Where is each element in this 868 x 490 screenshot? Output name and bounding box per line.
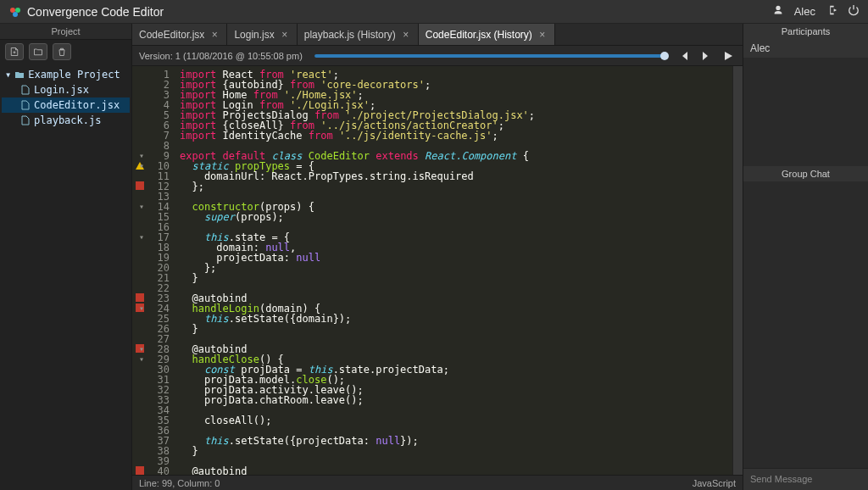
new-folder-button[interactable] bbox=[29, 43, 47, 60]
chat-messages bbox=[743, 181, 868, 468]
delete-button[interactable] bbox=[53, 43, 71, 60]
titlebar: Convergence Code Editor Alec bbox=[0, 0, 868, 24]
close-icon[interactable]: × bbox=[280, 30, 290, 40]
error-marker-icon bbox=[136, 293, 144, 302]
tab[interactable]: CodeEditor.jsx (History)× bbox=[419, 24, 555, 45]
history-bar: Version: 1 (11/08/2016 @ 10:55:08 pm) bbox=[132, 46, 743, 66]
code-line[interactable]: } bbox=[180, 273, 727, 283]
participants-list: Alec bbox=[743, 39, 868, 166]
tab-label: CodeEditor.jsx bbox=[139, 29, 204, 41]
fold-icon[interactable]: ▾ bbox=[136, 232, 144, 241]
code-editor[interactable]: 12345678▾9▾10111213▾141516▾1718192021222… bbox=[132, 66, 743, 475]
code-line[interactable]: super(props); bbox=[180, 212, 727, 222]
tab-label: CodeEditor.jsx (History) bbox=[426, 29, 532, 41]
new-file-button[interactable] bbox=[5, 43, 24, 60]
code-line[interactable]: this.setState({projectData: null}); bbox=[180, 436, 727, 446]
language-mode[interactable]: JavaScript bbox=[693, 478, 736, 488]
tree-file[interactable]: playback.js bbox=[2, 113, 130, 128]
code-line[interactable]: import IdentityCache from '../js/identit… bbox=[180, 131, 727, 141]
logout-icon[interactable] bbox=[826, 4, 837, 19]
tree-folder[interactable]: ▾Example Project bbox=[2, 67, 130, 82]
fold-icon[interactable]: ▾ bbox=[136, 344, 144, 353]
user-name[interactable]: Alec bbox=[794, 5, 815, 18]
code-line[interactable] bbox=[180, 334, 727, 344]
user-icon bbox=[772, 4, 784, 19]
code-line[interactable]: domainUrl: React.PropTypes.string.isRequ… bbox=[180, 171, 727, 181]
code-line[interactable]: } bbox=[180, 446, 727, 456]
logo-icon bbox=[8, 5, 22, 19]
close-icon[interactable]: × bbox=[537, 30, 548, 40]
error-marker-icon bbox=[136, 181, 144, 190]
tab[interactable]: playback.js (History)× bbox=[298, 24, 419, 45]
line-number: 40 bbox=[134, 466, 170, 475]
sidebar-toolbar bbox=[0, 40, 131, 64]
tab[interactable]: CodeEditor.jsx× bbox=[132, 24, 227, 45]
code-line[interactable]: projData.chatRoom.leave(); bbox=[180, 395, 727, 405]
code-line[interactable] bbox=[180, 456, 727, 466]
code-line[interactable] bbox=[180, 283, 727, 293]
file-label: CodeEditor.jsx bbox=[34, 99, 120, 111]
cursor-position: Line: 99, Column: 0 bbox=[139, 478, 220, 488]
code-content[interactable]: import React from 'react';import {autobi… bbox=[175, 66, 732, 475]
close-icon[interactable]: × bbox=[401, 30, 411, 40]
fold-icon[interactable]: ▾ bbox=[136, 303, 144, 312]
tab-label: Login.jsx bbox=[234, 29, 274, 41]
participant-item[interactable]: Alec bbox=[743, 39, 868, 58]
scrollbar[interactable] bbox=[732, 66, 743, 475]
file-label: playback.js bbox=[34, 114, 101, 126]
file-icon bbox=[20, 85, 31, 95]
status-bar: Line: 99, Column: 0 JavaScript bbox=[132, 475, 743, 490]
sidebar: Project ▾Example ProjectLogin.jsxCodeEdi… bbox=[0, 24, 132, 490]
folder-icon bbox=[14, 70, 25, 80]
file-icon bbox=[20, 100, 31, 110]
code-line[interactable]: projectData: null bbox=[180, 253, 727, 263]
power-icon[interactable] bbox=[848, 4, 860, 19]
file-icon bbox=[20, 115, 31, 125]
fold-icon[interactable]: ▾ bbox=[136, 202, 144, 210]
app-title: Convergence Code Editor bbox=[27, 5, 772, 19]
code-line[interactable]: @autobind bbox=[180, 466, 727, 475]
sidebar-header: Project bbox=[0, 24, 131, 40]
editor-area: CodeEditor.jsx×Login.jsx×playback.js (Hi… bbox=[132, 24, 743, 490]
chevron-down-icon: ▾ bbox=[5, 69, 11, 81]
chat-header: Group Chat bbox=[743, 166, 868, 181]
history-prev-button[interactable] bbox=[676, 48, 692, 64]
svg-point-2 bbox=[13, 12, 18, 17]
chat-panel: Send Message bbox=[743, 181, 868, 490]
tabs: CodeEditor.jsx×Login.jsx×playback.js (Hi… bbox=[132, 24, 743, 46]
code-line[interactable]: closeAll(); bbox=[180, 415, 727, 426]
code-line[interactable]: }; bbox=[180, 181, 727, 192]
code-line[interactable]: }; bbox=[180, 263, 727, 273]
code-line[interactable]: this.setState({domain}); bbox=[180, 314, 727, 324]
gutter: 12345678▾9▾10111213▾141516▾1718192021222… bbox=[132, 66, 175, 475]
file-label: Login.jsx bbox=[34, 84, 89, 96]
history-slider[interactable] bbox=[314, 54, 665, 58]
close-icon[interactable]: × bbox=[209, 30, 220, 40]
folder-label: Example Project bbox=[28, 69, 120, 81]
tree-file[interactable]: Login.jsx bbox=[2, 82, 130, 97]
history-play-button[interactable] bbox=[721, 48, 736, 64]
chat-input[interactable]: Send Message bbox=[743, 468, 868, 490]
svg-point-0 bbox=[10, 8, 15, 13]
tab[interactable]: Login.jsx× bbox=[227, 24, 297, 45]
history-next-button[interactable] bbox=[698, 48, 714, 64]
fold-icon[interactable]: ▾ bbox=[136, 161, 144, 170]
right-panel: Participants Alec Group Chat Send Messag… bbox=[743, 24, 868, 490]
svg-point-1 bbox=[15, 8, 20, 13]
code-line[interactable]: } bbox=[180, 324, 727, 334]
error-marker-icon bbox=[136, 466, 144, 475]
tab-label: playback.js (History) bbox=[304, 29, 396, 41]
participants-header: Participants bbox=[743, 24, 868, 39]
history-version-label: Version: 1 (11/08/2016 @ 10:55:08 pm) bbox=[139, 51, 303, 61]
file-tree: ▾Example ProjectLogin.jsxCodeEditor.jsxp… bbox=[0, 64, 131, 490]
tree-file[interactable]: CodeEditor.jsx bbox=[2, 97, 130, 113]
fold-icon[interactable]: ▾ bbox=[136, 354, 144, 363]
fold-icon[interactable]: ▾ bbox=[136, 151, 144, 159]
